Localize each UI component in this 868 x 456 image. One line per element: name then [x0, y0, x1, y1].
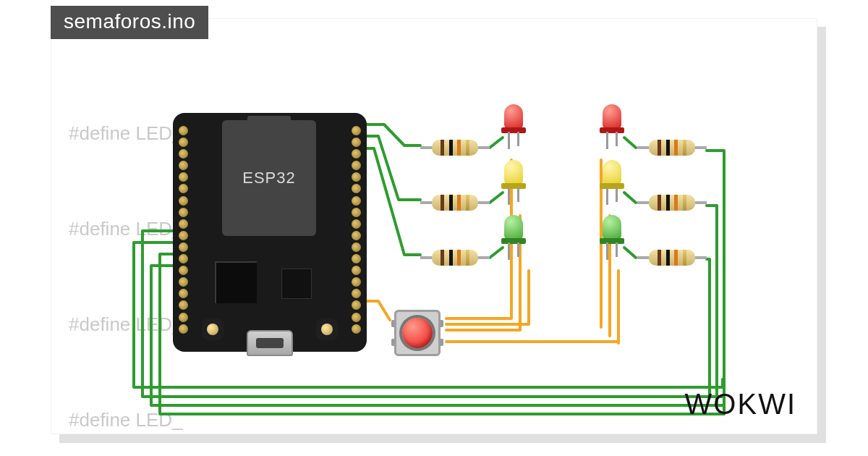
en-button[interactable] [202, 318, 224, 340]
resistor[interactable] [637, 248, 707, 267]
led-green[interactable] [500, 215, 527, 256]
filename-tab: semaforos.ino [51, 6, 208, 39]
resistor[interactable] [420, 193, 490, 212]
boot-button[interactable] [316, 318, 338, 340]
led-yellow[interactable] [500, 160, 527, 200]
pin-header-left[interactable] [179, 126, 188, 336]
brand-logo: WOKWI [685, 388, 796, 421]
led-yellow[interactable] [598, 160, 626, 200]
usb-port-icon [247, 330, 293, 356]
board-label: ESP32 [222, 120, 316, 236]
led-green[interactable] [598, 215, 626, 256]
resistor[interactable] [637, 193, 707, 212]
esp32-board[interactable]: ESP32 [173, 113, 367, 352]
resistor[interactable] [420, 138, 490, 157]
push-button[interactable] [390, 305, 445, 360]
project-card: #define LED_RED_01 23 #define LED_YEL_01… [51, 18, 817, 434]
chip-icon [281, 269, 312, 299]
resistor[interactable] [420, 248, 490, 267]
regulator-icon [215, 261, 257, 303]
circuit-diagram[interactable]: ESP32 [51, 19, 817, 434]
pin-header-right[interactable] [352, 126, 361, 336]
resistor[interactable] [637, 138, 707, 157]
wires-layer [51, 19, 818, 435]
led-red[interactable] [500, 104, 527, 145]
led-red[interactable] [598, 104, 626, 145]
